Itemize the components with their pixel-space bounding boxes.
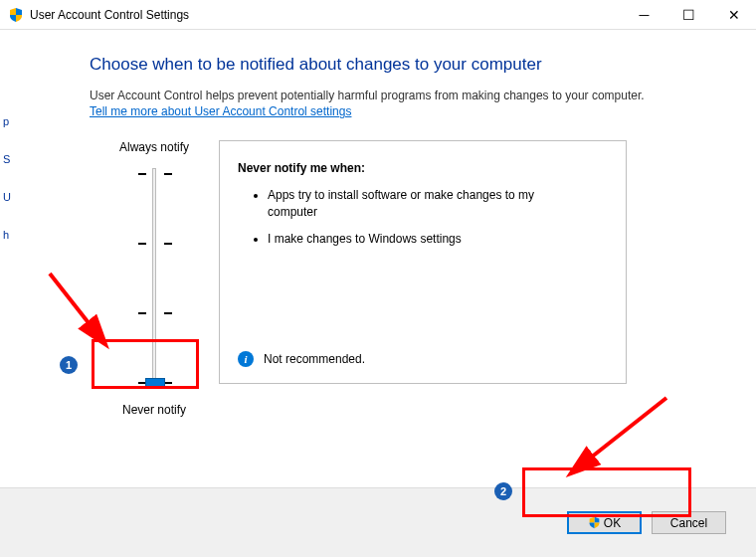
annotation-highlight-slider bbox=[92, 339, 199, 389]
description-list: Apps try to install software or make cha… bbox=[238, 187, 608, 247]
window-title: User Account Control Settings bbox=[30, 8, 622, 22]
minimize-button[interactable]: ─ bbox=[622, 1, 666, 29]
description-bullet: Apps try to install software or make cha… bbox=[268, 187, 546, 221]
uac-shield-icon bbox=[8, 7, 24, 23]
cancel-button-label: Cancel bbox=[670, 516, 707, 530]
recommendation-text: Not recommended. bbox=[264, 352, 365, 366]
slider-label-always: Always notify bbox=[119, 140, 189, 154]
page-subtext: User Account Control helps prevent poten… bbox=[90, 89, 716, 102]
learn-more-link[interactable]: Tell me more about User Account Control … bbox=[90, 104, 351, 118]
recommendation-row: i Not recommended. bbox=[238, 351, 365, 367]
annotation-highlight-buttons bbox=[522, 467, 691, 517]
description-bullet: I make changes to Windows settings bbox=[268, 231, 546, 248]
ok-button-label: OK bbox=[604, 516, 621, 530]
background-fragment: pSUh bbox=[0, 30, 20, 557]
description-panel: Never notify me when: Apps try to instal… bbox=[219, 140, 627, 384]
annotation-callout-2: 2 bbox=[494, 482, 512, 500]
maximize-button[interactable]: ☐ bbox=[666, 1, 711, 29]
description-title: Never notify me when: bbox=[238, 161, 608, 175]
close-button[interactable]: ✕ bbox=[711, 1, 756, 29]
uac-shield-icon bbox=[588, 516, 601, 529]
slider-label-never: Never notify bbox=[122, 403, 186, 417]
window-controls: ─ ☐ ✕ bbox=[622, 1, 756, 29]
info-icon: i bbox=[238, 351, 254, 367]
annotation-callout-1: 1 bbox=[60, 356, 78, 374]
page-heading: Choose when to be notified about changes… bbox=[90, 55, 716, 75]
titlebar: User Account Control Settings ─ ☐ ✕ bbox=[0, 0, 756, 30]
